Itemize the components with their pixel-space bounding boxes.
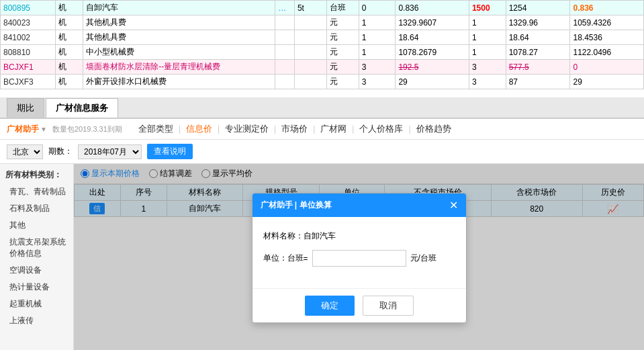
gc-area: 广材助手 ▼ 数量包2019.3.31到期 全部类型|信息价|专业测定价|市场价…: [0, 119, 644, 350]
modal-close-button[interactable]: ✕: [449, 199, 458, 212]
cell-type: 机: [56, 60, 83, 75]
cell-unit: 元: [326, 60, 359, 75]
cell-size: 5t: [294, 1, 326, 15]
cell-unit: 元: [326, 75, 359, 89]
gc-header: 广材助手 ▼ 数量包2019.3.31到期 全部类型|信息价|专业测定价|市场价…: [0, 119, 644, 140]
cell-id: BCJXF1: [1, 60, 56, 75]
table-row: 808810 机 中小型机械费 元 1 1078.2679 1 1078.27 …: [1, 45, 644, 60]
tab-period[interactable]: 期比: [7, 98, 44, 118]
gc-nav-link-信息价[interactable]: 信息价: [182, 123, 216, 135]
cell-unit: 台班: [326, 1, 359, 15]
cell-total: 1254: [506, 1, 570, 15]
sidebar-item[interactable]: 石料及制品: [0, 200, 73, 217]
period-select[interactable]: 2018年07月: [78, 144, 142, 159]
modal-cancel-button[interactable]: 取消: [363, 296, 414, 316]
cell-qty2: 1: [469, 45, 506, 60]
cell-id: 840023: [1, 15, 56, 30]
gc-nav-link-广材网[interactable]: 广材网: [316, 123, 351, 135]
cell-name: 自卸汽车: [83, 1, 275, 15]
gc-logo-arrow: ▼: [40, 126, 47, 133]
cell-id: 841002: [1, 30, 56, 45]
cell-id: 808810: [1, 45, 56, 60]
tab-gc-service[interactable]: 广材信息服务: [46, 98, 118, 118]
modal-material-row: 材料名称：自卸汽车: [263, 230, 455, 242]
cell-unit: 元: [326, 15, 359, 30]
view-instructions-button[interactable]: 查看说明: [147, 144, 193, 159]
cell-unit: 元: [326, 30, 359, 45]
cell-price: 18.64: [396, 30, 469, 45]
gc-nav-link-全部类型[interactable]: 全部类型: [134, 123, 177, 135]
sidebar-item[interactable]: 上液传: [0, 312, 73, 329]
cell-dots: [275, 45, 295, 60]
gc-nav-link-个人价格库[interactable]: 个人价格库: [355, 123, 407, 135]
nav-separator: |: [274, 124, 276, 134]
cell-total2: 0: [570, 60, 644, 75]
cell-qty2: 1500: [469, 1, 506, 15]
sidebar-title: 所有材料类别：: [0, 167, 73, 183]
cell-price: 1078.2679: [396, 45, 469, 60]
sidebar-item[interactable]: 抗震支吊架系统价格信息: [0, 234, 73, 262]
cell-total2: 29: [570, 75, 644, 89]
modal-unit-row: 单位：台班 = 元/台班: [263, 250, 455, 267]
gc-nav-link-专业测定价[interactable]: 专业测定价: [221, 123, 273, 135]
cell-type: 机: [56, 45, 83, 60]
sidebar-item[interactable]: 起重机械: [0, 296, 73, 312]
gc-logo-text: 广材助手: [7, 124, 39, 135]
modal-header: 广材助手 | 单位换算 ✕: [252, 193, 466, 217]
modal-overlay: 广材助手 | 单位换算 ✕ 材料名称：自卸汽车 单位：台班 = 元/台班: [74, 164, 644, 350]
table-row: BCJXF1 机 墙面卷材防水层清除--量层青理机械费 元 3 192.5 3 …: [1, 60, 644, 75]
city-select[interactable]: 北京: [7, 144, 43, 159]
sidebar-item[interactable]: 空调设备: [0, 262, 73, 279]
nav-separator: |: [408, 124, 410, 134]
sidebar-item[interactable]: 热计量设备: [0, 279, 73, 296]
gc-nav-link-市场价[interactable]: 市场价: [277, 123, 312, 135]
table-row: BCJXF3 机 外窗开设排水口机械费 元 3 29 3 87 29: [1, 75, 644, 89]
gc-sidebar: 所有材料类别： 青瓦、青砖制品石料及制品其他抗震支吊架系统价格信息空调设备热计量…: [0, 164, 74, 350]
cell-qty2: 1: [469, 15, 506, 30]
cell-id: 800895: [1, 1, 56, 15]
cell-size: [294, 30, 326, 45]
cell-name: 外窗开设排水口机械费: [83, 75, 275, 89]
modal-title: 广材助手 | 单位换算: [261, 200, 332, 211]
cell-qty2: 3: [469, 75, 506, 89]
gc-content: 所有材料类别： 青瓦、青砖制品石料及制品其他抗震支吊架系统价格信息空调设备热计量…: [0, 164, 644, 350]
modal-confirm-button[interactable]: 确定: [305, 296, 355, 316]
nav-separator: |: [313, 124, 315, 134]
table-row: 800895 机 自卸汽车 … 5t 台班 0 0.836 1500 1254 …: [1, 1, 644, 15]
cell-total: 1329.96: [506, 15, 570, 30]
modal-unit-label: 单位：台班: [263, 253, 304, 264]
cell-price: 1329.9607: [396, 15, 469, 30]
nav-separator: |: [179, 124, 181, 134]
cell-dots[interactable]: …: [275, 1, 295, 15]
cell-total: 87: [506, 75, 570, 89]
modal-conversion-input[interactable]: [312, 250, 406, 267]
cell-qty2: 1: [469, 30, 506, 45]
cell-qty: 3: [359, 60, 396, 75]
modal-material-label: 材料名称：自卸汽车: [263, 230, 336, 242]
cell-total: 18.64: [506, 30, 570, 45]
gc-logo: 广材助手 ▼: [7, 124, 47, 135]
cell-qty2: 3: [469, 60, 506, 75]
sidebar-item[interactable]: 其他: [0, 217, 73, 234]
gc-nav-links: 全部类型|信息价|专业测定价|市场价|广材网|个人价格库|价格趋势: [134, 123, 455, 135]
gc-nav-link-价格趋势[interactable]: 价格趋势: [412, 123, 455, 135]
cell-total2: 1059.4326: [570, 15, 644, 30]
cell-total: 1078.27: [506, 45, 570, 60]
cell-dots: [275, 15, 295, 30]
sidebar-item[interactable]: 青瓦、青砖制品: [0, 183, 73, 200]
gc-filter: 北京 期数： 2018年07月 查看说明: [0, 140, 644, 164]
cell-name: 其他机具费: [83, 30, 275, 45]
cell-dots: [275, 60, 295, 75]
cell-total2: 18.4536: [570, 30, 644, 45]
cell-type: 机: [56, 15, 83, 30]
cell-type: 机: [56, 30, 83, 45]
cell-qty: 1: [359, 45, 396, 60]
modal-box: 广材助手 | 单位换算 ✕ 材料名称：自卸汽车 单位：台班 = 元/台班: [252, 193, 467, 323]
gc-main: 显示本期价格结算调差显示平均价 出处序号材料名称规格型号单位不含税市场价含税市场…: [74, 164, 644, 350]
cell-price: 29: [396, 75, 469, 89]
table-row: 840023 机 其他机具费 元 1 1329.9607 1 1329.96 1…: [1, 15, 644, 30]
cell-size: [294, 15, 326, 30]
gc-date-info: 数量包2019.3.31到期: [52, 124, 122, 134]
cell-qty: 1: [359, 30, 396, 45]
cell-dots: [275, 30, 295, 45]
